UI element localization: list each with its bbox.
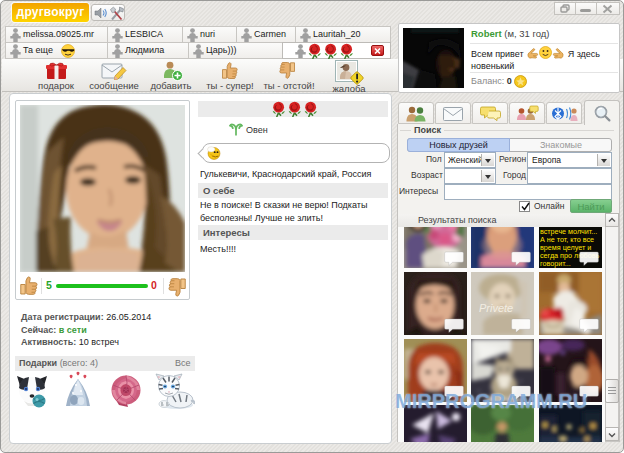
svg-text:Privete: Privete xyxy=(479,302,513,314)
svg-text:говорит...: говорит... xyxy=(540,259,571,268)
